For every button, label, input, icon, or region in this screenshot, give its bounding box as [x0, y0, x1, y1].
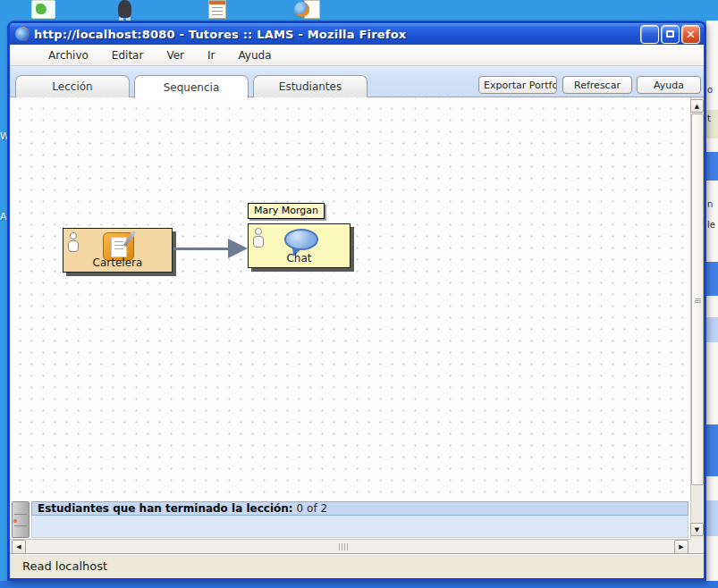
- menu-ir[interactable]: Ir: [196, 46, 226, 64]
- background-window-strip: o t n le: [706, 21, 718, 588]
- maximize-button[interactable]: [661, 25, 680, 44]
- desktop-icon-internet[interactable]: [294, 0, 320, 19]
- menu-editar[interactable]: Editar: [100, 46, 156, 64]
- tab-sequencia[interactable]: Sequencia: [134, 75, 249, 98]
- panel-splitter-handle[interactable]: [12, 501, 30, 538]
- firefox-icon: [15, 27, 30, 41]
- minimize-button[interactable]: _: [640, 25, 659, 44]
- person-status-icon: [68, 232, 79, 254]
- firefox-window: http://localhost:8080 - Tutores :: LAMS …: [7, 21, 706, 581]
- export-portfolio-button[interactable]: Exportar Portfolio: [478, 76, 557, 94]
- vertical-scrollbar[interactable]: ▲ ▼: [690, 97, 704, 539]
- transition-arrow-line: [173, 248, 231, 250]
- menubar: Archivo Editar Ver Ir Ayuda: [10, 45, 704, 66]
- progress-bar-header: Estudiantes que han terminado la lección…: [31, 501, 688, 516]
- learner-tooltip: Mary Morgan: [248, 203, 325, 219]
- desktop-icon-penguin[interactable]: [114, 0, 136, 19]
- status-text: Read localhost: [22, 559, 107, 573]
- menu-archivo[interactable]: Archivo: [37, 46, 100, 64]
- titlebar[interactable]: http://localhost:8080 - Tutores :: LAMS …: [10, 23, 704, 45]
- bg-row: [706, 317, 718, 342]
- sequence-canvas[interactable]: Cartelera Chat Mary Morgan: [10, 97, 690, 500]
- desktop-icon-folder[interactable]: [31, 0, 55, 19]
- scrollbar-corner: [690, 539, 704, 553]
- desktop-label-fragment: A: [0, 211, 7, 223]
- refresh-button[interactable]: Refrescar: [562, 76, 632, 94]
- progress-panel-body: [31, 516, 688, 538]
- bg-row: [706, 262, 718, 296]
- menu-ver[interactable]: Ver: [155, 46, 196, 64]
- bg-text-fragment: t: [707, 113, 711, 123]
- person-status-icon: [253, 228, 264, 249]
- scroll-up-arrow[interactable]: ▲: [690, 99, 704, 113]
- window-title: http://localhost:8080 - Tutores :: LAMS …: [34, 28, 640, 41]
- tab-estudiantes[interactable]: Estudiantes: [253, 75, 367, 97]
- hscroll-grip[interactable]: [339, 543, 348, 550]
- help-button[interactable]: Ayuda: [637, 76, 701, 94]
- tab-band: Lección Sequencia Estudiantes Exportar P…: [10, 66, 704, 97]
- scroll-left-arrow[interactable]: ◀: [12, 540, 26, 553]
- chat-bubble-icon: [284, 229, 318, 251]
- progress-label: Estudiantes que han terminado la lección…: [38, 502, 293, 515]
- bg-text-fragment: n: [707, 199, 713, 209]
- bg-row: [706, 152, 718, 181]
- vscroll-thumb[interactable]: [691, 113, 704, 485]
- desktop-icon-notepad[interactable]: [208, 0, 226, 19]
- scroll-right-arrow[interactable]: ▶: [674, 540, 688, 553]
- bg-text-fragment: le: [707, 220, 715, 230]
- sequence-monitor: Cartelera Chat Mary Morgan Estudiantes q…: [10, 97, 704, 553]
- bg-row: [706, 424, 718, 476]
- activity-cartelera[interactable]: Cartelera: [63, 228, 173, 273]
- bg-row: [706, 500, 718, 536]
- desktop-bottom-band: [0, 581, 718, 588]
- bg-text-fragment: o: [707, 85, 713, 95]
- scroll-down-arrow[interactable]: ▼: [690, 523, 704, 536]
- menu-ayuda[interactable]: Ayuda: [226, 46, 283, 64]
- activity-label: Chat: [249, 252, 350, 265]
- progress-value: 0 of 2: [297, 502, 327, 515]
- progress-panel: Estudiantes que han terminado la lección…: [10, 500, 690, 539]
- status-bar: Read localhost: [10, 553, 704, 578]
- horizontal-scrollbar[interactable]: ◀ ▶: [10, 539, 690, 553]
- transition-arrow-head: [228, 239, 248, 258]
- activity-label: Cartelera: [63, 256, 172, 269]
- activity-chat[interactable]: Chat: [248, 223, 351, 268]
- close-button[interactable]: ✕: [681, 25, 700, 44]
- tab-leccion[interactable]: Lección: [15, 75, 130, 97]
